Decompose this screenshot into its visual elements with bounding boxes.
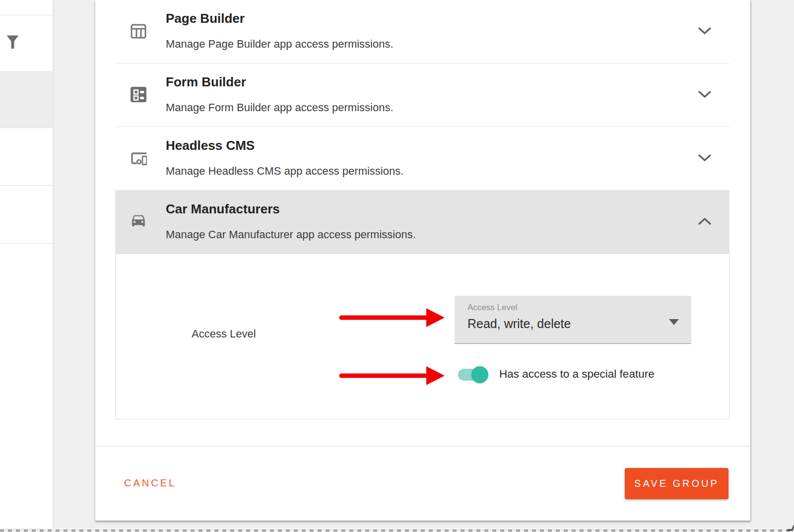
form-builder-ballot-icon (130, 86, 147, 103)
cutoff-content-strip (0, 530, 794, 532)
section-row-page-builder[interactable]: Page Builder Manage Page Builder app acc… (115, 0, 729, 64)
chevron-down-icon (698, 90, 712, 98)
sidebar-divider (0, 128, 53, 128)
page-builder-columns-icon (130, 23, 147, 40)
sidebar (0, 0, 53, 529)
filter-button[interactable] (6, 35, 19, 50)
select-floating-label: Access Level (467, 303, 517, 313)
filter-funnel-icon (6, 35, 19, 50)
sidebar-divider (0, 185, 53, 186)
access-level-field-label: Access Level (192, 328, 256, 340)
sidebar-divider (0, 243, 53, 244)
headless-cms-devices-icon (130, 150, 147, 167)
special-feature-toggle[interactable] (458, 369, 488, 381)
car-icon (130, 213, 147, 230)
chevron-down-icon (698, 154, 712, 162)
sidebar-item-selected[interactable] (0, 71, 53, 128)
select-value: Read, write, delete (467, 317, 571, 331)
section-row-car-manufacturers[interactable]: Car Manufacturers Manage Car Manufacture… (115, 191, 729, 254)
section-description: Manage Page Builder app access permissio… (166, 38, 394, 51)
toggle-label: Has access to a special feature (499, 368, 655, 381)
red-arrow-to-toggle-icon (339, 365, 446, 387)
red-arrow-to-select-icon (339, 307, 446, 329)
toggle-knob (471, 366, 488, 383)
chevron-down-icon (698, 27, 712, 35)
section-title: Car Manufacturers (166, 201, 280, 217)
cutoff-corner-mark (787, 525, 794, 531)
footer-divider (95, 446, 750, 447)
access-level-select[interactable]: Access Level Read, write, delete (455, 296, 691, 344)
section-title: Form Builder (166, 74, 246, 90)
sidebar-divider (0, 15, 53, 15)
select-caret-icon (669, 319, 679, 325)
section-row-headless-cms[interactable]: Headless CMS Manage Headless CMS app acc… (115, 127, 729, 191)
car-manufacturers-settings-panel: Access Level Access Level Read, write, d… (115, 254, 729, 419)
permissions-panel: Page Builder Manage Page Builder app acc… (95, 0, 750, 521)
section-description: Manage Form Builder app access permissio… (166, 101, 394, 114)
chevron-up-icon (698, 217, 712, 225)
section-title: Page Builder (166, 11, 245, 26)
section-description: Manage Headless CMS app access permissio… (166, 165, 403, 178)
cancel-button[interactable]: CANCEL (124, 477, 176, 489)
section-title: Headless CMS (166, 138, 255, 153)
save-group-button[interactable]: SAVE GROUP (625, 468, 728, 499)
section-description: Manage Car Manufacturer app access permi… (166, 228, 416, 241)
section-row-form-builder[interactable]: Form Builder Manage Form Builder app acc… (115, 64, 729, 127)
